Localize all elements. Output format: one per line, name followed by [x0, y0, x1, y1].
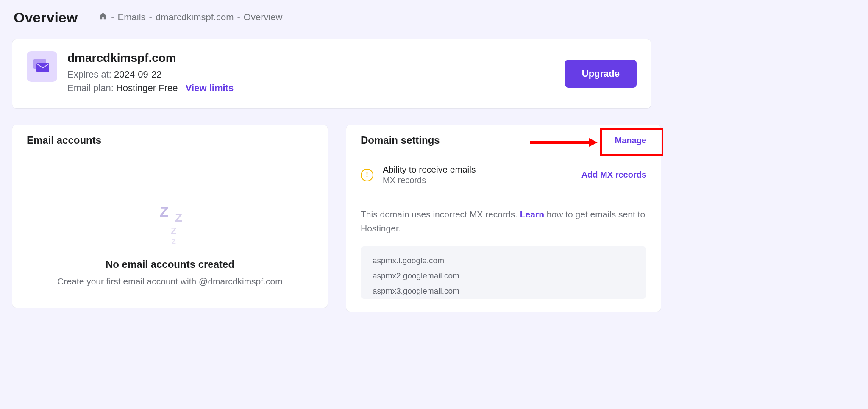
warning-icon: !: [361, 169, 373, 181]
domain-name: dmarcdkimspf.com: [67, 51, 234, 65]
empty-title: No email accounts created: [25, 259, 315, 270]
mail-icon: [27, 51, 57, 82]
home-icon[interactable]: [98, 12, 108, 23]
breadcrumb-domain[interactable]: dmarcdkimspf.com: [156, 12, 234, 23]
domain-settings-panel: Domain settings Manage ! Ability to rece…: [346, 125, 661, 312]
mx-setting-row: ! Ability to receive emails MX records A…: [346, 156, 661, 194]
mx-message: This domain uses incorrect MX records. L…: [361, 208, 646, 235]
email-accounts-panel: Email accounts Z Z Z Z No email accounts…: [12, 125, 328, 308]
receive-emails-label: Ability to receive emails: [383, 164, 476, 175]
email-accounts-empty: Z Z Z Z No email accounts created Create…: [12, 156, 328, 308]
domain-settings-title: Domain settings: [361, 134, 440, 146]
breadcrumb-emails[interactable]: Emails: [118, 12, 146, 23]
breadcrumb: - Emails - dmarcdkimspf.com - Overview: [98, 12, 282, 23]
page-title: Overview: [14, 9, 78, 26]
manage-button[interactable]: Manage: [615, 136, 646, 145]
mx-record-item: aspmx.l.google.com: [373, 253, 634, 268]
upgrade-button[interactable]: Upgrade: [565, 60, 637, 88]
email-accounts-title: Email accounts: [27, 134, 101, 146]
domain-card: dmarcdkimspf.com Expires at: 2024-09-22 …: [12, 39, 651, 109]
page-header: Overview - Emails - dmarcdkimspf.com - O…: [12, 8, 651, 27]
sleeping-icon: Z Z Z Z: [25, 203, 315, 250]
plan-value: Hostinger Free: [116, 83, 178, 93]
add-mx-records-button[interactable]: Add MX records: [581, 170, 646, 180]
mx-records-list: aspmx.l.google.com aspmx2.googlemail.com…: [361, 246, 646, 299]
breadcrumb-sep: -: [111, 12, 114, 23]
expires-label: Expires at:: [67, 69, 111, 80]
breadcrumb-sep: -: [149, 12, 152, 23]
header-divider: [88, 8, 88, 27]
view-limits-link[interactable]: View limits: [186, 83, 234, 93]
expires-value: 2024-09-22: [114, 69, 162, 80]
empty-subtitle: Create your first email account with @dm…: [25, 276, 315, 287]
breadcrumb-current: Overview: [244, 12, 283, 23]
learn-link[interactable]: Learn: [520, 209, 544, 219]
plan-label: Email plan:: [67, 83, 114, 93]
mx-record-item: aspmx2.googlemail.com: [373, 268, 634, 284]
divider: [346, 200, 661, 200]
mx-records-label: MX records: [383, 175, 476, 185]
mx-message-text-1: This domain uses incorrect MX records.: [361, 209, 520, 219]
breadcrumb-sep: -: [237, 12, 240, 23]
mx-record-item: aspmx3.googlemail.com: [373, 284, 634, 299]
